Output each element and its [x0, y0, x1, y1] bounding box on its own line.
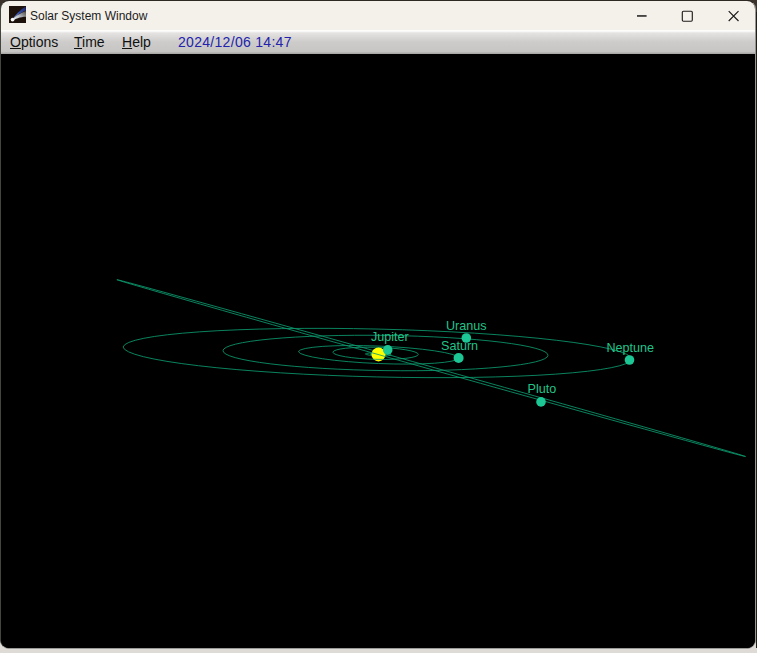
svg-text:Saturn: Saturn: [441, 339, 478, 353]
svg-text:Uranus: Uranus: [446, 319, 487, 333]
svg-text:Pluto: Pluto: [528, 382, 557, 396]
svg-text:Jupiter: Jupiter: [371, 330, 409, 344]
svg-text:Neptune: Neptune: [607, 341, 655, 355]
